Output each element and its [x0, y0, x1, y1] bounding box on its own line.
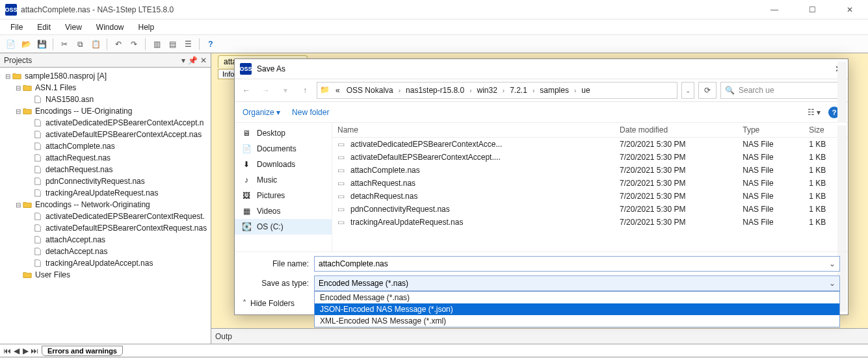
tab-first-icon[interactable]: ⏮: [3, 346, 12, 355]
tree-file[interactable]: detachAccept.nas: [1, 246, 209, 257]
crumb-segment[interactable]: samples: [537, 86, 572, 95]
undo-icon[interactable]: ↶: [112, 38, 125, 51]
sidebar-item-osc[interactable]: 💽OS (C:): [235, 219, 332, 235]
help-icon[interactable]: ?: [204, 38, 217, 51]
tab-next-icon[interactable]: ▶: [21, 346, 30, 355]
tool-icon[interactable]: ▤: [166, 38, 179, 51]
cut-icon[interactable]: ✂: [58, 38, 71, 51]
tree-file[interactable]: attachAccept.nas: [1, 234, 209, 246]
file-row[interactable]: ▭attachRequest.nas7/20/2021 5:30 PMNAS F…: [332, 177, 848, 190]
copy-icon[interactable]: ⧉: [73, 38, 86, 51]
close-button[interactable]: ✕: [837, 5, 863, 14]
output-panel-title: Outp: [215, 332, 232, 341]
nav-forward-icon[interactable]: →: [258, 83, 274, 98]
file-row[interactable]: ▭detachRequest.nas7/20/2021 5:30 PMNAS F…: [332, 190, 848, 203]
sidebar-item-documents[interactable]: 📄Documents: [235, 141, 332, 157]
tree-file[interactable]: activateDedicatedEPSBearerContextAccept.…: [1, 117, 209, 129]
file-row[interactable]: ▭pdnConnectivityRequest.nas7/20/2021 5:3…: [332, 203, 848, 216]
maximize-button[interactable]: ☐: [799, 5, 825, 14]
save-type-field[interactable]: Encoded Message (*.nas) ⌄: [314, 275, 840, 291]
tree-file[interactable]: attachComplete.nas: [1, 140, 209, 152]
dialog-bottom: File name: attachComplete.nas ⌄ Save as …: [235, 251, 848, 314]
crumb-segment[interactable]: ue: [579, 86, 592, 95]
tree-file[interactable]: trackingAreaUpdateRequest.nas: [1, 187, 209, 199]
crumb-segment[interactable]: 7.2.1: [507, 86, 530, 95]
breadcrumb[interactable]: 📁 « OSS Nokalva›nas1step-r15.8.0›win32›7…: [317, 82, 677, 99]
file-row[interactable]: ▭activateDedicatedEPSBearerContextAcce..…: [332, 138, 848, 151]
nav-up-icon[interactable]: ↑: [297, 83, 313, 98]
save-type-option[interactable]: Encoded Message (*.nas): [315, 292, 839, 303]
save-type-option[interactable]: XML-Encoded NAS Message (*.xml): [315, 315, 839, 327]
tree-folder[interactable]: ⊟Encodings -- UE-Originating: [1, 105, 209, 117]
tree-twisty-icon[interactable]: ⊟: [4, 73, 12, 80]
menu-edit[interactable]: Edit: [31, 21, 57, 33]
file-row[interactable]: ▭activateDefaultEPSBearerContextAccept..…: [332, 151, 848, 164]
tree-file[interactable]: NAS1580.asn: [1, 94, 209, 105]
menu-help[interactable]: Help: [132, 21, 161, 33]
sidebar-item-videos[interactable]: ▦Videos: [235, 203, 332, 219]
column-header[interactable]: Date modified: [614, 123, 737, 138]
menu-file[interactable]: File: [4, 21, 29, 33]
save-icon[interactable]: 💾: [35, 38, 48, 51]
column-header[interactable]: Name: [332, 123, 614, 138]
tree-file[interactable]: activateDedicatedEPSBearerContextRequest…: [1, 211, 209, 222]
crumb-segment[interactable]: OSS Nokalva: [344, 86, 396, 95]
sidebar-item-downloads[interactable]: ⬇Downloads: [235, 157, 332, 172]
tab-prev-icon[interactable]: ◀: [12, 346, 21, 355]
save-type-option[interactable]: JSON-Encoded NAS Message (*.json): [315, 303, 839, 315]
file-name-field[interactable]: attachComplete.nas ⌄: [314, 256, 840, 272]
sidebar-item-pictures[interactable]: 🖼Pictures: [235, 188, 332, 203]
file-list-scrollbar[interactable]: [837, 125, 847, 249]
file-list[interactable]: NameDate modifiedTypeSize ▭activateDedic…: [332, 123, 848, 251]
view-mode-button[interactable]: ☷ ▾: [808, 108, 821, 117]
redo-icon[interactable]: ↷: [127, 38, 140, 51]
panel-dropdown-icon[interactable]: ▾: [181, 56, 185, 65]
tree-file[interactable]: pdnConnectivityRequest.nas: [1, 175, 209, 187]
tool-icon[interactable]: ☰: [181, 38, 194, 51]
sidebar-item-music[interactable]: ♪Music: [235, 172, 332, 188]
new-folder-button[interactable]: New folder: [292, 108, 329, 117]
sidebar-item-desktop[interactable]: 🖥Desktop: [235, 125, 332, 141]
sidebar-label: Downloads: [257, 160, 295, 169]
file-row[interactable]: ▭trackingAreaUpdateRequest.nas7/20/2021 …: [332, 216, 848, 229]
tree-file[interactable]: activateDefaultEPSBearerContextRequest.n…: [1, 222, 209, 234]
open-file-icon[interactable]: 📂: [20, 38, 33, 51]
file-icon: ▭: [337, 166, 347, 175]
nav-history-icon[interactable]: ▾: [278, 83, 293, 98]
file-name-dropdown-icon[interactable]: ⌄: [829, 259, 835, 268]
minimize-button[interactable]: —: [761, 5, 787, 14]
tree-file[interactable]: trackingAreaUpdateAccept.nas: [1, 257, 209, 269]
tree-folder[interactable]: ⊟Encodings -- Network-Originating: [1, 199, 209, 211]
tree-twisty-icon[interactable]: ⊟: [14, 108, 22, 115]
organize-button[interactable]: Organize ▾: [243, 108, 280, 117]
file-row[interactable]: ▭attachComplete.nas7/20/2021 5:30 PMNAS …: [332, 164, 848, 177]
tree-twisty-icon[interactable]: ⊟: [14, 201, 22, 209]
crumb-segment[interactable]: win32: [474, 86, 499, 95]
tree-file[interactable]: attachRequest.nas: [1, 152, 209, 164]
menu-view[interactable]: View: [59, 21, 88, 33]
crumb-segment[interactable]: nas1step-r15.8.0: [403, 86, 467, 95]
tree-file[interactable]: detachRequest.nas: [1, 164, 209, 175]
panel-pin-icon[interactable]: 📌: [188, 56, 198, 65]
column-header[interactable]: Type: [737, 123, 804, 138]
tool-icon[interactable]: ▥: [150, 38, 163, 51]
refresh-button[interactable]: ⟳: [698, 82, 717, 99]
tree-folder[interactable]: ⊟sample1580.nasproj [A]: [1, 70, 209, 82]
dialog-sidebar[interactable]: 🖥Desktop📄Documents⬇Downloads♪Music🖼Pictu…: [235, 123, 332, 251]
paste-icon[interactable]: 📋: [89, 38, 102, 51]
nav-back-icon[interactable]: ←: [239, 83, 254, 98]
errors-tab[interactable]: Errors and warnings: [42, 346, 123, 356]
tree-twisty-icon[interactable]: ⊟: [14, 84, 22, 92]
tree-folder[interactable]: User Files: [1, 269, 209, 281]
crumb-dropdown-icon[interactable]: ⌄: [681, 82, 694, 99]
save-type-dropdown-icon[interactable]: ⌄: [829, 279, 835, 288]
project-tree[interactable]: ⊟sample1580.nasproj [A]⊟ASN.1 FilesNAS15…: [0, 68, 211, 344]
tab-last-icon[interactable]: ⏭: [30, 346, 39, 355]
search-input[interactable]: 🔍 Search ue: [720, 82, 844, 99]
panel-close-icon[interactable]: ✕: [200, 56, 207, 65]
new-file-icon[interactable]: 📄: [4, 38, 17, 51]
tree-file[interactable]: activateDefaultEPSBearerContextAccept.na…: [1, 129, 209, 140]
menu-window[interactable]: Window: [90, 21, 131, 33]
save-type-dropdown[interactable]: Encoded Message (*.nas)JSON-Encoded NAS …: [314, 291, 840, 327]
tree-folder[interactable]: ⊟ASN.1 Files: [1, 82, 209, 94]
